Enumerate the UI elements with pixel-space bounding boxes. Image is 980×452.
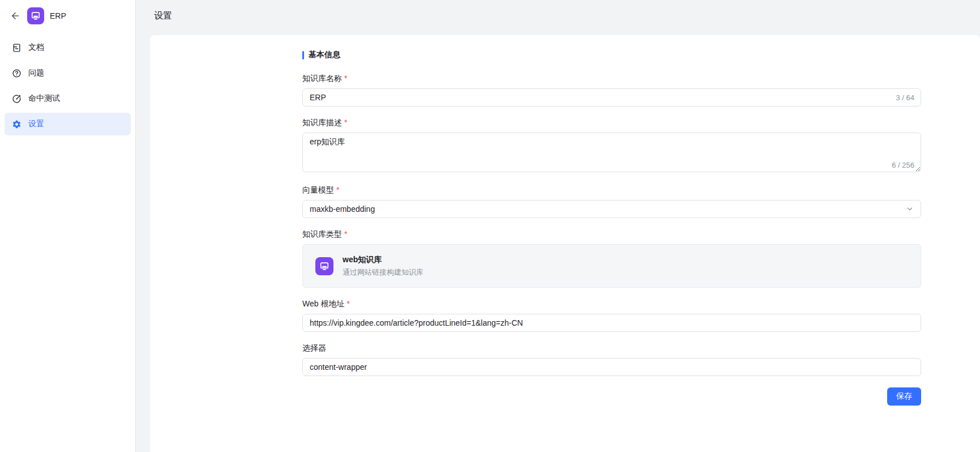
required-mark: * [344, 74, 347, 83]
page-title: 设置 [154, 10, 172, 22]
save-row: 保存 [302, 387, 921, 406]
web-root-label: Web 根地址 * [302, 299, 921, 308]
required-mark: * [344, 229, 347, 238]
kb-description-textarea[interactable]: erp知识库 [302, 133, 921, 172]
field-web-root: Web 根地址 * [302, 299, 921, 332]
field-embedding-model: 向量模型 * maxkb-embedding [302, 185, 921, 218]
question-icon [11, 68, 22, 78]
required-mark: * [344, 118, 347, 127]
selector-label: 选择器 [302, 343, 921, 352]
embedding-model-label: 向量模型 * [302, 185, 921, 194]
arrow-left-icon [10, 11, 20, 21]
kb-name-input[interactable] [302, 88, 921, 106]
kb-type-label: 知识库类型 * [302, 229, 921, 238]
field-kb-description: 知识库描述 * erp知识库 6 / 256 [302, 118, 921, 174]
embedding-model-value: maxkb-embedding [310, 204, 375, 214]
chevron-down-icon [906, 205, 914, 213]
settings-form: 基本信息 知识库名称 * 3 / 64 知识库描述 * [302, 50, 921, 406]
required-mark: * [346, 299, 349, 308]
sidebar-item-settings[interactable]: 设置 [5, 113, 131, 135]
sidebar-header: ERP [0, 0, 135, 32]
kb-type-title: web知识库 [343, 255, 423, 265]
embedding-model-select[interactable]: maxkb-embedding [302, 200, 921, 218]
kb-type-description: 通过网站链接构建知识库 [343, 267, 423, 278]
sidebar-nav: 文档 问题 命中测试 [0, 32, 135, 135]
sidebar-item-documents[interactable]: 文档 [5, 36, 131, 59]
sidebar-item-label: 文档 [28, 42, 44, 53]
sidebar-item-questions[interactable]: 问题 [5, 62, 131, 84]
required-mark: * [336, 185, 339, 194]
kb-name-label: 知识库名称 * [302, 74, 921, 83]
web-kb-icon [315, 257, 333, 275]
settings-card: 基本信息 知识库名称 * 3 / 64 知识库描述 * [150, 35, 980, 452]
sidebar-item-label: 命中测试 [28, 93, 60, 104]
section-title-text: 基本信息 [309, 50, 340, 60]
save-button[interactable]: 保存 [887, 387, 921, 406]
web-root-input[interactable] [302, 314, 921, 332]
target-icon [11, 93, 22, 104]
gear-icon [11, 119, 22, 129]
field-selector: 选择器 [302, 343, 921, 376]
selector-input[interactable] [302, 358, 921, 376]
main-area: 设置 基本信息 知识库名称 * 3 / 64 [136, 0, 980, 452]
back-button[interactable] [9, 10, 22, 22]
section-basic-info: 基本信息 [302, 50, 921, 60]
sidebar-item-hit-test[interactable]: 命中测试 [5, 87, 131, 110]
field-kb-name: 知识库名称 * 3 / 64 [302, 74, 921, 106]
sidebar-item-label: 设置 [28, 119, 44, 129]
app-name: ERP [50, 11, 66, 20]
kb-type-option-web[interactable]: web知识库 通过网站链接构建知识库 [302, 244, 921, 288]
section-accent-bar [302, 51, 304, 59]
field-kb-type: 知识库类型 * web知识库 通过网站链接构建知识库 [302, 229, 921, 288]
main-header: 设置 [136, 0, 980, 35]
sidebar-item-label: 问题 [28, 68, 44, 78]
kb-description-label: 知识库描述 * [302, 118, 921, 127]
sidebar: ERP 文档 问题 [0, 0, 136, 452]
app-logo-icon [27, 7, 44, 24]
document-icon [11, 42, 22, 53]
